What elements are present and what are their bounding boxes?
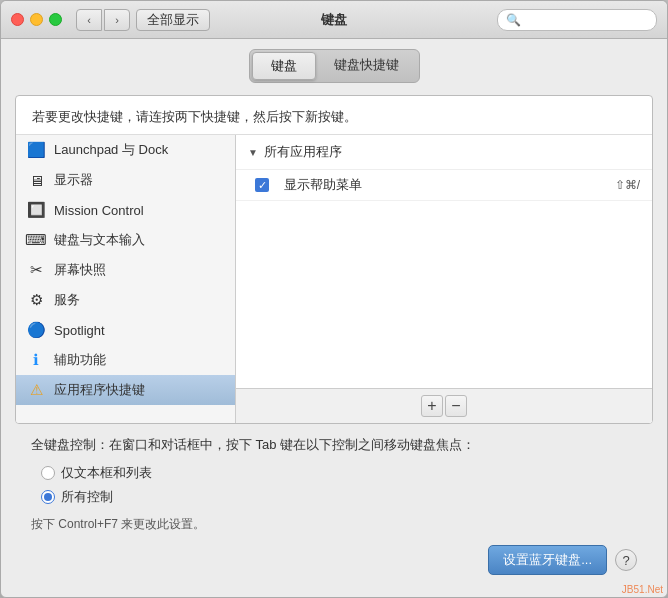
title-bar: ‹ › 全部显示 键盘 🔍 <box>1 1 667 39</box>
instruction-text: 若要更改快捷键，请连按两下快捷键，然后按下新按键。 <box>16 96 652 135</box>
screenshot-icon: ✂ <box>26 260 46 280</box>
left-item-services-label: 服务 <box>54 291 80 309</box>
left-item-app-shortcuts-label: 应用程序快捷键 <box>54 381 145 399</box>
maximize-button[interactable] <box>49 13 62 26</box>
row-label: 显示帮助菜单 <box>276 176 615 194</box>
triangle-icon: ▼ <box>248 147 258 158</box>
services-icon: ⚙ <box>26 290 46 310</box>
left-item-keyboard-input[interactable]: ⌨ 键盘与文本输入 <box>16 225 235 255</box>
content-area: 键盘 键盘快捷键 若要更改快捷键，请连按两下快捷键，然后按下新按键。 🟦 Lau… <box>1 39 667 597</box>
left-pane: 🟦 Launchpad 与 Dock 🖥 显示器 🔲 Mission Contr… <box>16 135 236 423</box>
left-item-mission[interactable]: 🔲 Mission Control <box>16 195 235 225</box>
search-box: 🔍 <box>497 9 657 31</box>
minimize-button[interactable] <box>30 13 43 26</box>
tabs-container: 键盘 键盘快捷键 <box>15 49 653 83</box>
app-shortcuts-icon: ⚠ <box>26 380 46 400</box>
bottom-bar: + − <box>236 388 652 423</box>
left-item-spotlight-label: Spotlight <box>54 323 105 338</box>
show-all-button[interactable]: 全部显示 <box>136 9 210 31</box>
main-panel: 若要更改快捷键，请连按两下快捷键，然后按下新按键。 🟦 Launchpad 与 … <box>15 95 653 424</box>
left-item-display[interactable]: 🖥 显示器 <box>16 165 235 195</box>
row-shortcut: ⇧⌘/ <box>615 178 640 192</box>
checkbox-area[interactable]: ✓ <box>248 178 276 192</box>
main-window: ‹ › 全部显示 键盘 🔍 键盘 键盘快捷键 若要更改快捷键，请连按两下快捷键，… <box>0 0 668 598</box>
display-icon: 🖥 <box>26 170 46 190</box>
help-button[interactable]: ? <box>615 549 637 571</box>
left-item-launchpad[interactable]: 🟦 Launchpad 与 Dock <box>16 135 235 165</box>
add-button[interactable]: + <box>421 395 443 417</box>
right-pane: ▼ 所有应用程序 ✓ 显示帮助菜单 ⇧⌘/ + <box>236 135 652 423</box>
right-header-label: 所有应用程序 <box>264 143 342 161</box>
right-header: ▼ 所有应用程序 <box>236 135 652 170</box>
left-item-launchpad-label: Launchpad 与 Dock <box>54 141 168 159</box>
checkbox-checked: ✓ <box>255 178 269 192</box>
left-item-screenshot-label: 屏幕快照 <box>54 261 106 279</box>
table-row: ✓ 显示帮助菜单 ⇧⌘/ <box>236 170 652 201</box>
keyboard-control-text: 全键盘控制：在窗口和对话框中，按下 Tab 键在以下控制之间移动键盘焦点： <box>31 436 637 454</box>
keyboard-input-icon: ⌨ <box>26 230 46 250</box>
right-content: ✓ 显示帮助菜单 ⇧⌘/ <box>236 170 652 388</box>
left-item-services[interactable]: ⚙ 服务 <box>16 285 235 315</box>
control-hint: 按下 Control+F7 来更改此设置。 <box>31 516 637 533</box>
radio-all-controls[interactable]: 所有控制 <box>41 488 637 506</box>
split-pane: 🟦 Launchpad 与 Dock 🖥 显示器 🔲 Mission Contr… <box>16 135 652 423</box>
traffic-lights <box>11 13 62 26</box>
footer-area: 全键盘控制：在窗口和对话框中，按下 Tab 键在以下控制之间移动键盘焦点： 仅文… <box>15 424 653 587</box>
mission-icon: 🔲 <box>26 200 46 220</box>
left-item-keyboard-input-label: 键盘与文本输入 <box>54 231 145 249</box>
tabs: 键盘 键盘快捷键 <box>249 49 420 83</box>
spotlight-icon: 🔵 <box>26 320 46 340</box>
launchpad-icon: 🟦 <box>26 140 46 160</box>
radio-text-only-label: 仅文本框和列表 <box>61 464 152 482</box>
search-icon: 🔍 <box>506 13 521 27</box>
radio-text-only[interactable]: 仅文本框和列表 <box>41 464 637 482</box>
left-item-accessibility-label: 辅助功能 <box>54 351 106 369</box>
left-item-display-label: 显示器 <box>54 171 93 189</box>
radio-circle-text-only <box>41 466 55 480</box>
radio-circle-all-controls <box>41 490 55 504</box>
left-item-spotlight[interactable]: 🔵 Spotlight <box>16 315 235 345</box>
search-input[interactable] <box>525 13 648 27</box>
left-item-app-shortcuts[interactable]: ⚠ 应用程序快捷键 <box>16 375 235 405</box>
radio-all-controls-label: 所有控制 <box>61 488 113 506</box>
radio-dot-all-controls <box>44 493 52 501</box>
tab-shortcuts[interactable]: 键盘快捷键 <box>316 52 417 80</box>
accessibility-icon: ℹ <box>26 350 46 370</box>
radio-group: 仅文本框和列表 所有控制 <box>31 464 637 506</box>
left-item-accessibility[interactable]: ℹ 辅助功能 <box>16 345 235 375</box>
nav-buttons: ‹ › <box>76 9 130 31</box>
close-button[interactable] <box>11 13 24 26</box>
remove-button[interactable]: − <box>445 395 467 417</box>
back-button[interactable]: ‹ <box>76 9 102 31</box>
tab-keyboard[interactable]: 键盘 <box>252 52 316 80</box>
forward-button[interactable]: › <box>104 9 130 31</box>
bluetooth-button[interactable]: 设置蓝牙键盘... <box>488 545 607 575</box>
left-item-mission-label: Mission Control <box>54 203 144 218</box>
left-item-screenshot[interactable]: ✂ 屏幕快照 <box>16 255 235 285</box>
watermark: JB51.Net <box>622 584 663 595</box>
footer-buttons: 设置蓝牙键盘... ? <box>31 545 637 575</box>
window-title: 键盘 <box>321 11 347 29</box>
